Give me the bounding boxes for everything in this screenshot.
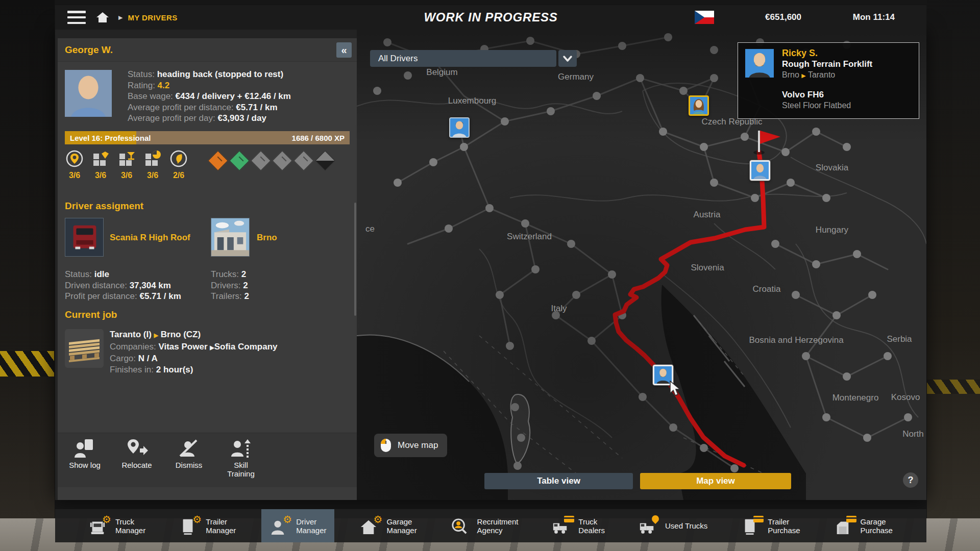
driver-panel-header: George W. « bbox=[58, 38, 357, 62]
nav-label-line: Truck bbox=[578, 517, 605, 526]
tooltip-route-from: Brno bbox=[782, 70, 799, 79]
nav-label-line: Garage bbox=[861, 517, 893, 526]
table-view-button[interactable]: Table view bbox=[484, 473, 633, 489]
driver-marker-luxembourg[interactable] bbox=[449, 117, 470, 138]
profit-day-label: Average profit per day: bbox=[128, 113, 215, 123]
skills-row: 3/6 3/6 3/6 3/6 2/6 bbox=[65, 149, 188, 180]
garage-drivers-label: Drivers: bbox=[211, 281, 241, 290]
adr-oxidizers-icon bbox=[293, 151, 314, 171]
assigned-garage-name[interactable]: Brno bbox=[257, 233, 277, 243]
nav-driver-manager[interactable]: ⚙ DriverManager bbox=[261, 509, 334, 542]
skill-value: 3/6 bbox=[69, 171, 80, 180]
long-distance-icon bbox=[65, 149, 84, 168]
nav-garage-purchase[interactable]: GaragePurchase bbox=[826, 509, 901, 542]
truck-profit-label: Profit per distance: bbox=[65, 291, 137, 301]
garage-trucks-value: 2 bbox=[241, 269, 246, 279]
skill-training-button[interactable]: Skill Training bbox=[221, 438, 261, 487]
profit-distance-label: Average profit per distance: bbox=[128, 103, 234, 112]
map-view-button[interactable]: Map view bbox=[640, 473, 791, 489]
skill-value: 2/6 bbox=[173, 171, 184, 180]
route-arrow-icon: ▶ bbox=[154, 332, 158, 338]
help-button[interactable]: ? bbox=[903, 472, 918, 488]
truck-thumbnail[interactable] bbox=[65, 218, 104, 257]
skill-training-icon bbox=[230, 438, 252, 459]
nav-truck-manager[interactable]: ⚙ TruckManager bbox=[81, 509, 154, 542]
adr-flammable-liquids-icon bbox=[251, 151, 271, 171]
show-log-button[interactable]: Show log bbox=[65, 438, 105, 487]
breadcrumb-arrow-icon: ▶ bbox=[118, 14, 122, 21]
home-icon[interactable] bbox=[96, 11, 109, 23]
game-time: Mon 11:14 bbox=[853, 12, 895, 22]
eco-driving-icon bbox=[169, 149, 188, 168]
trailer-purchase-icon bbox=[741, 516, 763, 536]
driver-marker-george[interactable] bbox=[750, 160, 770, 181]
nav-label-line: Garage bbox=[386, 517, 416, 526]
mouse-cursor bbox=[669, 381, 683, 397]
tooltip-truck: Volvo FH6 bbox=[782, 89, 872, 100]
gear-icon: ⚙ bbox=[192, 514, 202, 524]
nav-label-line: Recruitment bbox=[477, 517, 519, 526]
hazard-stripe-right bbox=[927, 380, 980, 394]
nav-label-line: Purchase bbox=[768, 526, 800, 535]
collapse-panel-button[interactable]: « bbox=[336, 42, 352, 58]
garage-trailers-label: Trailers: bbox=[211, 291, 242, 301]
adr-explosives-icon bbox=[208, 151, 228, 171]
relocate-icon bbox=[126, 438, 148, 459]
tooltip-avatar bbox=[745, 49, 774, 78]
skill-eco-driving: 2/6 bbox=[169, 149, 188, 180]
company-arrow-icon: ▶ bbox=[210, 344, 214, 350]
garage-manager-icon: ⚙ bbox=[360, 516, 381, 536]
assigned-truck-name[interactable]: Scania R High Roof bbox=[110, 233, 190, 243]
action-label: Show log bbox=[69, 461, 101, 469]
skill-fragile-cargo: 3/6 bbox=[117, 149, 136, 180]
nav-label-line: Manager bbox=[386, 526, 416, 535]
cargo-value: N / A bbox=[138, 354, 158, 363]
action-label: Relocate bbox=[121, 461, 152, 469]
truck-profit-value: €5.71 / km bbox=[139, 291, 181, 301]
dismiss-button[interactable]: Dismiss bbox=[169, 438, 209, 487]
breadcrumb[interactable]: MY DRIVERS bbox=[128, 13, 177, 22]
driver-actions-bar: Show log Relocate Dismiss Skill Training bbox=[58, 433, 357, 487]
companies-label: Companies: bbox=[110, 342, 156, 352]
recruitment-agency-icon bbox=[451, 516, 472, 536]
level-progress-bar: Level 16: Professional 1686 / 6800 XP bbox=[65, 131, 350, 144]
panel-scrollbar[interactable] bbox=[354, 203, 356, 316]
driver-portrait bbox=[65, 70, 112, 117]
gear-icon: ⚙ bbox=[102, 514, 111, 524]
nav-trailer-purchase[interactable]: TrailerPurchase bbox=[733, 509, 808, 542]
nav-garage-manager[interactable]: ⚙ GarageManager bbox=[352, 509, 425, 542]
drivers-map[interactable]: BelgiumGermanyLuxembourgCzech RepublicSl… bbox=[357, 30, 926, 500]
move-map-hint: Move map bbox=[374, 434, 447, 457]
mouse-icon bbox=[380, 438, 391, 453]
garage-stats: Trucks: 2 Drivers: 2 Trailers: 2 bbox=[211, 269, 249, 302]
skill-value: 3/6 bbox=[147, 171, 158, 180]
relocate-button[interactable]: Relocate bbox=[117, 438, 157, 487]
nav-used-trucks[interactable]: Used Trucks bbox=[630, 509, 716, 542]
tooltip-text: Ricky S. Rough Terrain Forklift Brno ▶ T… bbox=[782, 48, 872, 111]
company-destination: Sofia Company bbox=[214, 342, 278, 352]
nav-trailer-manager[interactable]: ⚙ TrailerManager bbox=[171, 509, 244, 542]
nav-label-line: Purchase bbox=[861, 526, 893, 535]
nav-recruitment-agency[interactable]: RecruitmentAgency bbox=[443, 509, 527, 542]
high-value-cargo-icon bbox=[91, 149, 110, 168]
cargo-label: Cargo: bbox=[110, 354, 136, 363]
driver-filter-chevron-button[interactable] bbox=[558, 50, 577, 67]
truck-distance-value: 37,304 km bbox=[130, 281, 171, 290]
menu-icon[interactable] bbox=[67, 11, 86, 24]
driver-marker-czech[interactable] bbox=[689, 95, 709, 116]
truck-status-label: Status: bbox=[65, 269, 92, 279]
nav-truck-dealers[interactable]: TruckDealers bbox=[544, 509, 613, 542]
dismiss-icon bbox=[178, 438, 200, 459]
nav-label-line: Driver bbox=[296, 517, 326, 526]
truck-distance-label: Driven distance: bbox=[65, 281, 127, 290]
garage-thumbnail[interactable] bbox=[211, 218, 250, 257]
wage-value: €434 / delivery + €12.46 / km bbox=[176, 91, 291, 101]
player-money: €651,600 bbox=[765, 12, 801, 22]
skill-value: 3/6 bbox=[121, 171, 132, 180]
current-job-info: Taranto (I) ▶ Brno (CZ) Companies: Vitas… bbox=[110, 329, 277, 375]
company-origin: Vitas Power bbox=[158, 342, 207, 352]
job-origin: Taranto (I) bbox=[110, 330, 152, 339]
driver-filter-dropdown[interactable]: All Drivers bbox=[370, 50, 556, 67]
nav-label-line: Used Trucks bbox=[665, 521, 707, 530]
adr-corrosives-icon bbox=[315, 151, 335, 171]
